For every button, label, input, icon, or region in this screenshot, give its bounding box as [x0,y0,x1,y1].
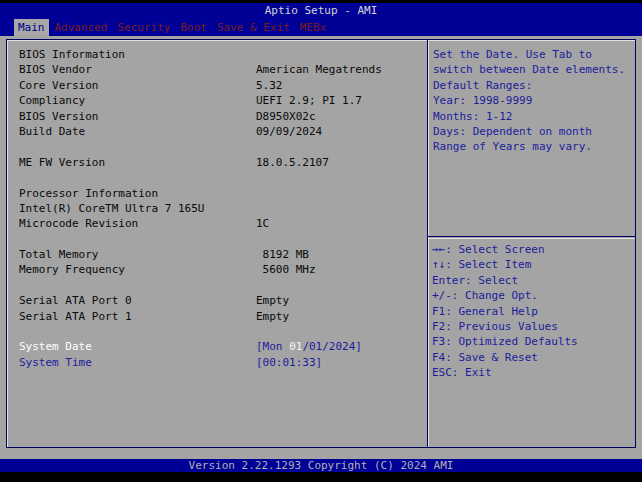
key-hint-change-opt: +/-: Change Opt. [432,288,633,303]
row-label: Core Version [19,78,256,93]
row-value [256,201,427,216]
tab-save-exit[interactable]: Save & Exit [213,19,294,36]
spacer-row [7,232,427,247]
info-row: ME FW Version18.0.5.2107 [7,155,427,170]
date-month-selected[interactable]: 01 [289,340,302,353]
row-label: Processor Information [19,186,256,201]
row-value: 5600 MHz [256,262,427,277]
info-row: Memory Frequency 5600 MHz [7,262,427,277]
help-text-area: Set the Date. Use Tab to switch between … [428,40,635,236]
system-date-value[interactable]: [Mon 01/01/2024] [256,339,427,354]
content-area: BIOS Information BIOS VendorAmerican Meg… [0,36,642,459]
info-row: Serial ATA Port 0Empty [7,293,427,308]
key-hint-general-help: F1: General Help [432,304,633,319]
section-heading: Processor Information [7,186,427,201]
help-text-line: Days: Dependent on month [433,124,631,139]
row-value [256,47,427,62]
row-label: Memory Frequency [19,262,256,277]
spacer-row [7,324,427,339]
date-prefix: [Mon [256,340,289,353]
row-value: 8192 MB [256,247,427,262]
row-value: 1C [256,216,427,231]
date-suffix: /01/2024] [302,340,362,353]
help-text-line: Set the Date. Use Tab to [433,47,631,62]
key-legend-area: →←: Select Screen ↑↓: Select Item Enter:… [428,238,635,381]
info-row: Core Version5.32 [7,78,427,93]
row-value: UEFI 2.9; PI 1.7 [256,93,427,108]
info-row: Microcode Revision1C [7,216,427,231]
tab-security[interactable]: Security [113,19,174,36]
info-row: Serial ATA Port 1Empty [7,309,427,324]
info-row: Total Memory 8192 MB [7,247,427,262]
row-value: Empty [256,309,427,324]
row-value: Empty [256,293,427,308]
row-label: Build Date [19,124,256,139]
system-date-row[interactable]: System Date [Mon 01/01/2024] [7,339,427,354]
row-value: 18.0.5.2107 [256,155,427,170]
help-text-line: Year: 1998-9999 [433,93,631,108]
row-value: 09/09/2024 [256,124,427,139]
bios-setup-screen: Aptio Setup - AMI Main Advanced Security… [0,0,642,482]
key-hint-esc-exit: ESC: Exit [432,365,633,380]
system-time-row[interactable]: System Time [00:01:33] [7,355,427,370]
titlebar: Aptio Setup - AMI [0,3,642,18]
main-info-panel: BIOS Information BIOS VendorAmerican Meg… [6,39,428,448]
titlebar-title: Aptio Setup - AMI [265,4,378,17]
row-label: BIOS Vendor [19,62,256,77]
row-label: ME FW Version [19,155,256,170]
info-row: BIOS VendorAmerican Megatrends [7,62,427,77]
menu-bar: Main Advanced Security Boot Save & Exit … [0,18,642,36]
help-panel: Set the Date. Use Tab to switch between … [427,39,636,448]
key-hint-enter-select: Enter: Select [432,273,633,288]
info-row: BIOS VersionD8950X02c [7,109,427,124]
tab-advanced[interactable]: Advanced [51,19,112,36]
tab-mebx[interactable]: MEBx [296,19,331,36]
footer-bar: Version 2.22.1293 Copyright (C) 2024 AMI [0,459,642,472]
system-date-label: System Date [19,339,256,354]
help-text-line: Default Ranges: [433,78,631,93]
row-label: BIOS Information [19,47,256,62]
row-label: Serial ATA Port 1 [19,309,256,324]
system-time-label: System Time [19,355,256,370]
tab-boot[interactable]: Boot [176,19,211,36]
row-value [256,186,427,201]
row-value: 5.32 [256,78,427,93]
tab-main[interactable]: Main [14,19,49,36]
row-label: Serial ATA Port 0 [19,293,256,308]
footer-version: Version 2.22.1293 Copyright (C) 2024 AMI [189,459,454,472]
help-text-line: Months: 1-12 [433,109,631,124]
row-label: Compliancy [19,93,256,108]
section-heading: BIOS Information [7,47,427,62]
info-row: CompliancyUEFI 2.9; PI 1.7 [7,93,427,108]
key-hint-optimized-defaults: F3: Optimized Defaults [432,334,633,349]
row-value: D8950X02c [256,109,427,124]
key-hint-select-item: ↑↓: Select Item [432,257,633,272]
spacer-row [7,170,427,185]
row-label: BIOS Version [19,109,256,124]
key-hint-save-reset: F4: Save & Reset [432,350,633,365]
row-value: American Megatrends [256,62,427,77]
row-label: Total Memory [19,247,256,262]
spacer-row [7,139,427,154]
info-row: Intel(R) CoreTM Ultra 7 165U [7,201,427,216]
info-row: Build Date09/09/2024 [7,124,427,139]
row-label: Microcode Revision [19,216,256,231]
help-text-line: Range of Years may vary. [433,139,631,154]
system-time-value[interactable]: [00:01:33] [256,355,427,370]
help-text-line: switch between Date elements. [433,62,631,77]
key-hint-previous-values: F2: Previous Values [432,319,633,334]
spacer-row [7,278,427,293]
row-label: Intel(R) CoreTM Ultra 7 165U [19,201,256,216]
key-hint-select-screen: →←: Select Screen [432,242,633,257]
